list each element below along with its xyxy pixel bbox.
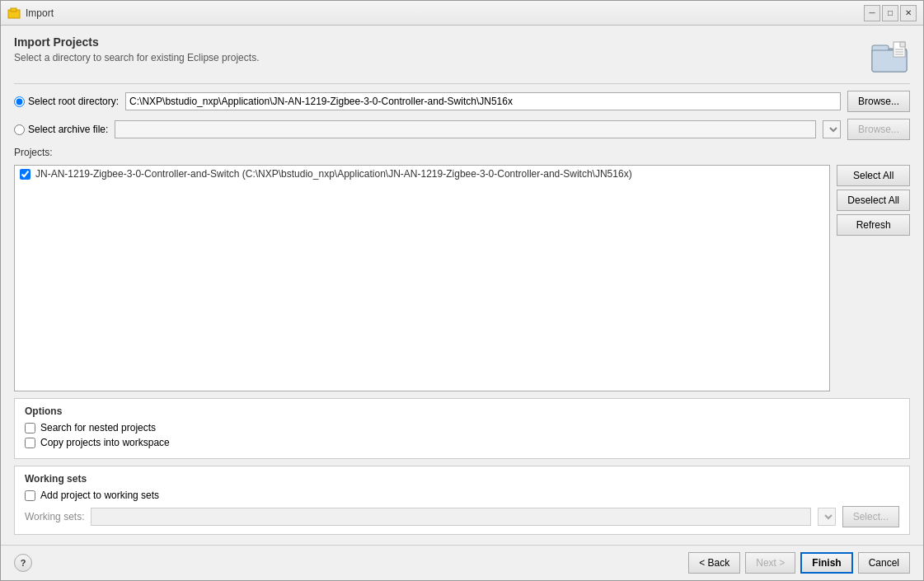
archive-file-radio[interactable] [14,124,25,135]
title-bar: Import ─ □ ✕ [1,1,923,26]
project-name-0: JN-AN-1219-Zigbee-3-0-Controller-and-Swi… [35,168,632,180]
footer-right: < Back Next > Finish Cancel [688,552,910,574]
dialog-title: Import Projects [14,35,259,49]
archive-file-dropdown[interactable] [823,120,841,138]
working-sets-label: Working sets: [25,511,84,522]
root-directory-browse-button[interactable]: Browse... [847,91,910,112]
finish-button[interactable]: Finish [800,552,852,574]
dialog-footer: ? < Back Next > Finish Cancel [1,545,923,580]
archive-file-label: Select archive file: [28,124,108,135]
projects-section-label: Projects: [14,147,910,158]
root-directory-radio-label[interactable]: Select root directory: [14,96,119,107]
root-directory-radio[interactable] [14,96,25,107]
back-button[interactable]: < Back [688,552,740,574]
window-icon [7,7,21,20]
window-controls: ─ □ ✕ [864,5,917,21]
refresh-button[interactable]: Refresh [837,214,910,236]
add-to-working-sets-checkbox[interactable] [25,490,35,501]
copy-projects-label: Copy projects into workspace [40,437,170,448]
footer-left: ? [14,554,32,572]
folder-image [870,35,910,75]
add-to-working-sets-label: Add project to working sets [40,490,159,501]
options-title: Options [25,405,899,417]
import-dialog: Import ─ □ ✕ Import Projects Select a di… [0,0,924,581]
archive-file-radio-label[interactable]: Select archive file: [14,124,108,135]
archive-file-input[interactable] [115,120,816,138]
projects-area: JN-AN-1219-Zigbee-3-0-Controller-and-Swi… [14,165,910,391]
project-checkbox-0[interactable] [20,169,30,180]
archive-file-browse-button[interactable]: Browse... [847,119,910,140]
projects-list[interactable]: JN-AN-1219-Zigbee-3-0-Controller-and-Swi… [14,165,830,391]
cancel-button[interactable]: Cancel [858,552,910,574]
working-sets-input[interactable] [91,508,810,526]
root-directory-input[interactable] [125,92,841,110]
header-area: Import Projects Select a directory to se… [14,35,910,84]
working-sets-section: Working sets Add project to working sets… [14,466,910,535]
maximize-button[interactable]: □ [882,5,898,21]
add-to-working-sets-row: Add project to working sets [25,490,899,501]
window-title: Import [26,7,864,19]
table-row: JN-AN-1219-Zigbee-3-0-Controller-and-Swi… [15,166,829,182]
help-button[interactable]: ? [14,554,32,572]
search-nested-checkbox[interactable] [25,423,35,433]
projects-action-buttons: Select All Deselect All Refresh [837,165,910,391]
next-button[interactable]: Next > [745,552,795,574]
header-text: Import Projects Select a directory to se… [14,35,259,63]
root-directory-row: Select root directory: Browse... [14,91,910,112]
working-sets-input-row: Working sets: Select... [25,506,899,527]
copy-projects-row: Copy projects into workspace [25,437,899,448]
minimize-button[interactable]: ─ [864,5,880,21]
copy-projects-checkbox[interactable] [25,438,35,448]
close-button[interactable]: ✕ [900,5,917,21]
dialog-content: Import Projects Select a directory to se… [1,26,923,545]
working-sets-title: Working sets [25,473,899,485]
working-sets-dropdown[interactable] [818,508,836,526]
deselect-all-button[interactable]: Deselect All [837,190,910,211]
options-section: Options Search for nested projects Copy … [14,398,910,459]
archive-file-row: Select archive file: Browse... [14,119,910,140]
root-directory-label: Select root directory: [28,96,119,107]
svg-rect-1 [11,8,16,12]
search-nested-row: Search for nested projects [25,422,899,433]
dialog-subtitle: Select a directory to search for existin… [14,52,259,63]
working-sets-select-button[interactable]: Select... [842,506,899,527]
search-nested-label: Search for nested projects [40,422,156,433]
select-all-button[interactable]: Select All [837,165,910,186]
